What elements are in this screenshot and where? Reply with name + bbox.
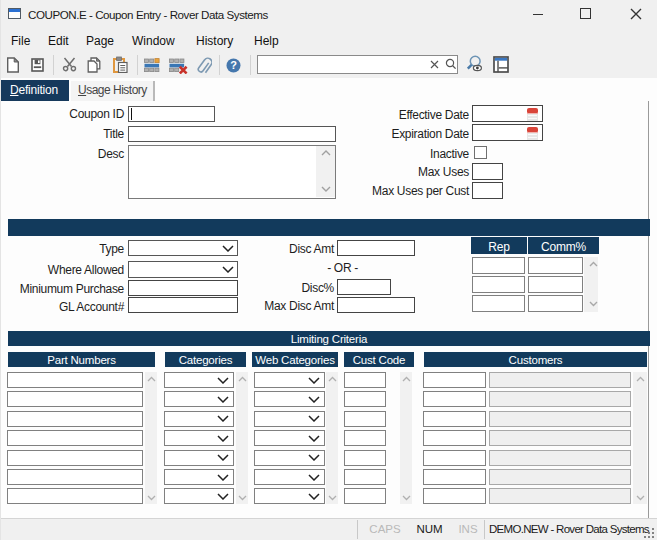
svg-text:?: ? bbox=[230, 59, 237, 71]
